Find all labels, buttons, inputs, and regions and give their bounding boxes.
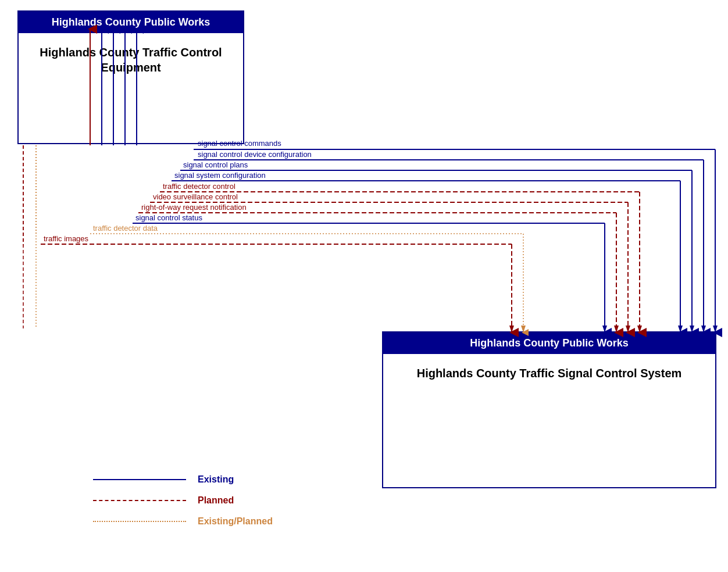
left-box-header: Highlands County Public Works [19, 12, 243, 33]
svg-text:video surveillance control: video surveillance control [153, 192, 238, 201]
left-box-title: Highlands County Traffic Control Equipme… [19, 33, 243, 87]
right-box-title: Highlands County Traffic Signal Control … [383, 354, 715, 392]
svg-text:signal control status: signal control status [135, 213, 202, 222]
svg-text:signal control device configur: signal control device configuration [198, 150, 312, 159]
legend-label-existing: Existing [198, 474, 234, 485]
svg-text:traffic detector control: traffic detector control [163, 182, 235, 191]
svg-text:signal control plans: signal control plans [183, 160, 248, 169]
legend-line-existing-planned [93, 521, 186, 522]
right-box: Highlands County Public Works Highlands … [382, 331, 716, 488]
legend-item-existing-planned: Existing/Planned [93, 516, 273, 527]
legend-line-existing [93, 479, 186, 480]
svg-text:traffic detector data: traffic detector data [93, 224, 158, 233]
left-box: Highlands County Public Works Highlands … [17, 10, 244, 144]
legend-label-existing-planned: Existing/Planned [198, 516, 273, 527]
legend-label-planned: Planned [198, 495, 234, 506]
svg-text:signal system configuration: signal system configuration [174, 171, 266, 180]
diagram-container: Highlands County Public Works Highlands … [0, 0, 728, 572]
legend: Existing Planned Existing/Planned [93, 474, 273, 537]
right-box-header: Highlands County Public Works [383, 333, 715, 354]
legend-line-planned [93, 500, 186, 501]
svg-text:right-of-way request notificat: right-of-way request notification [141, 203, 247, 212]
legend-item-existing: Existing [93, 474, 273, 485]
svg-text:traffic images: traffic images [44, 234, 89, 243]
legend-item-planned: Planned [93, 495, 273, 506]
